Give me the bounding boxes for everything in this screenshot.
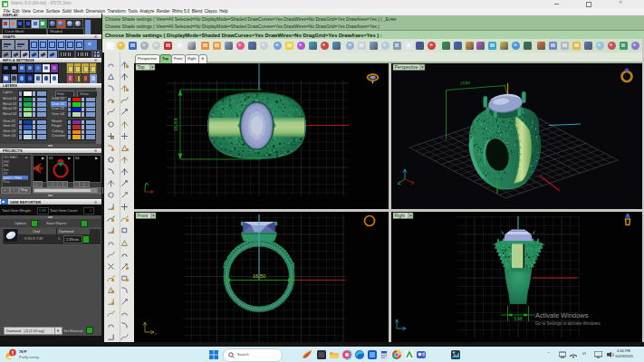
svg-text:Activate Windows: Activate Windows: [535, 311, 589, 319]
svg-text:Perspective: Perspective: [395, 64, 418, 70]
svg-text:Top: Top: [138, 64, 145, 70]
svg-text:15.64: 15.64: [173, 118, 178, 132]
svg-text:15.64: 15.64: [460, 81, 471, 86]
svg-text:Right: Right: [395, 213, 406, 218]
svg-text:5.98: 5.98: [514, 317, 523, 321]
svg-text:Go to Settings to activate Win: Go to Settings to activate Windows.: [535, 321, 601, 326]
svg-text:Front: Front: [138, 213, 149, 218]
